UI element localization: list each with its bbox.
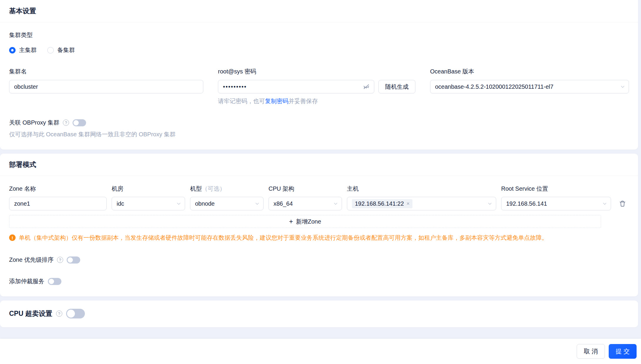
cluster-name-label: 集群名 <box>9 68 203 76</box>
password-input[interactable]: ••••••••• <box>218 80 374 93</box>
cancel-button[interactable]: 取 消 <box>577 344 605 359</box>
chevron-down-icon <box>177 202 181 206</box>
footer-action-bar: 取 消 提 交 <box>0 339 641 364</box>
chevron-down-icon <box>333 202 338 206</box>
chevron-down-icon <box>488 202 492 206</box>
machine-select-value: obnode <box>195 200 253 207</box>
chevron-down-icon <box>620 85 625 89</box>
radio-primary-cluster[interactable]: 主集群 <box>9 46 37 54</box>
version-select[interactable]: oceanbase-4.2.5.2-102000122025011711-el7 <box>430 80 629 93</box>
radio-unselected-icon <box>47 47 54 53</box>
cpu-arch-select[interactable]: x86_64 <box>269 197 342 210</box>
deploy-mode-card: 部署模式 Zone 名称 机房 idc 机型（可选） obnode <box>0 154 638 296</box>
machine-optional-label: （可选） <box>202 185 225 192</box>
version-label: OceanBase 版本 <box>430 68 629 76</box>
random-generate-button[interactable]: 随机生成 <box>378 80 415 93</box>
deploy-mode-title: 部署模式 <box>9 160 36 169</box>
radio-selected-icon <box>9 47 16 53</box>
eye-invisible-icon[interactable] <box>363 83 370 90</box>
chevron-down-icon <box>603 202 607 206</box>
password-hint: 请牢记密码，也可复制密码并妥善保存 <box>218 97 415 105</box>
password-hint-prefix: 请牢记密码，也可 <box>218 98 265 104</box>
password-hint-suffix: 并妥善保存 <box>288 98 318 104</box>
host-tag-value: 192.168.56.141:22 <box>355 200 404 207</box>
zone-name-column-label: Zone 名称 <box>9 185 107 193</box>
host-multiselect[interactable]: 192.168.56.141:22 × <box>347 197 496 210</box>
idc-select[interactable]: idc <box>112 197 185 210</box>
host-column-label: 主机 <box>347 185 496 193</box>
deploy-mode-header: 部署模式 <box>0 154 638 176</box>
question-circle-icon[interactable]: ? <box>63 120 69 126</box>
chevron-down-icon <box>255 202 259 206</box>
radio-standby-cluster-label: 备集群 <box>57 46 75 54</box>
basic-settings-card: 基本设置 集群类型 主集群 备集群 集群名 root@sys 密码 <box>0 0 638 150</box>
submit-button[interactable]: 提 交 <box>609 344 637 359</box>
idc-column-label: 机房 <box>112 185 185 193</box>
question-circle-icon[interactable]: ? <box>56 311 62 317</box>
zone-name-input[interactable] <box>9 197 107 210</box>
cpu-arch-column-label: CPU 架构 <box>269 185 342 193</box>
single-node-warning: ! 单机（集中式架构）仅有一份数据副本，当发生存储或者硬件故障时可能存在数据丢失… <box>9 234 629 242</box>
root-service-column-label: Root Service 位置 <box>501 185 611 193</box>
cpu-arch-select-value: x86_64 <box>273 200 331 207</box>
question-circle-icon[interactable]: ? <box>57 257 63 263</box>
zone-priority-label: Zone 优先级排序 <box>9 256 53 264</box>
root-service-select[interactable]: 192.168.56.141 <box>501 197 611 210</box>
delete-zone-trash-icon[interactable] <box>619 200 626 207</box>
zone-priority-toggle[interactable] <box>67 256 80 264</box>
cpu-oversell-title: CPU 超卖设置 <box>9 309 52 318</box>
cluster-name-input[interactable] <box>9 80 203 93</box>
tag-close-icon[interactable]: × <box>407 201 410 206</box>
radio-standby-cluster[interactable]: 备集群 <box>47 46 75 54</box>
obproxy-hint: 仅可选择与此 OceanBase 集群网络一致且非空的 OBProxy 集群 <box>9 130 629 138</box>
arbitration-toggle[interactable] <box>48 278 61 285</box>
add-zone-button[interactable]: + 新增Zone <box>9 215 601 228</box>
password-label: root@sys 密码 <box>218 68 415 76</box>
basic-settings-header: 基本设置 <box>0 0 638 22</box>
radio-primary-cluster-label: 主集群 <box>19 46 37 54</box>
password-masked-value: ••••••••• <box>223 83 363 90</box>
arbitration-label: 添加仲裁服务 <box>9 277 44 285</box>
root-service-select-value: 192.168.56.141 <box>506 200 600 207</box>
warning-text: 单机（集中式架构）仅有一份数据副本，当发生存储或者硬件故障时可能存在数据丢失风险… <box>19 234 548 242</box>
version-select-value: oceanbase-4.2.5.2-102000122025011711-el7 <box>435 83 618 90</box>
idc-select-value: idc <box>117 200 174 207</box>
cluster-type-radio-group: 主集群 备集群 <box>9 46 629 54</box>
machine-column-label: 机型（可选） <box>190 185 264 193</box>
cluster-type-label: 集群类型 <box>9 31 629 39</box>
obproxy-label: 关联 OBProxy 集群 <box>9 119 59 127</box>
cpu-oversell-card: CPU 超卖设置 ? <box>0 301 638 327</box>
warning-icon: ! <box>9 234 16 241</box>
add-zone-label: 新增Zone <box>296 218 321 226</box>
cpu-oversell-toggle[interactable] <box>66 309 85 318</box>
basic-settings-title: 基本设置 <box>9 6 36 16</box>
plus-icon: + <box>289 218 293 225</box>
machine-select[interactable]: obnode <box>190 197 264 210</box>
zone-row: Zone 名称 机房 idc 机型（可选） obnode <box>9 185 629 210</box>
host-tag: 192.168.56.141:22 × <box>352 199 412 208</box>
copy-password-link[interactable]: 复制密码 <box>265 98 288 104</box>
obproxy-toggle[interactable] <box>73 119 86 126</box>
